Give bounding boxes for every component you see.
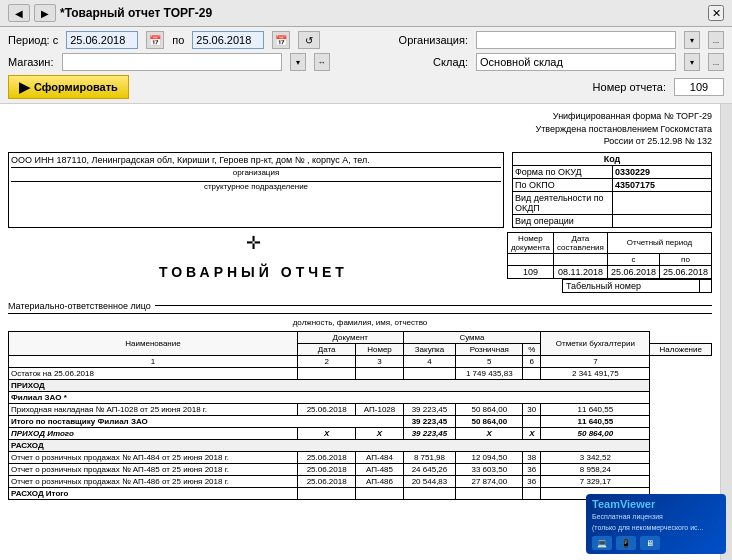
balance-name: Остаток на 25.06.2018 [9, 367, 298, 379]
operation-label: Вид операции [513, 214, 613, 227]
balance-nalog: 2 341 491,75 [541, 367, 650, 379]
date-to-calendar-icon[interactable]: 📅 [272, 31, 290, 49]
okud-label: Форма по ОКУД [513, 165, 613, 178]
rashod-total-purchase [403, 487, 456, 499]
table-row-filial-total: Итого по поставщику Филиал ЗАО 39 223,45… [9, 415, 712, 427]
store-input[interactable] [62, 53, 282, 71]
table-row-486: Отчет о розничных продажах № АП-486 от 2… [9, 475, 712, 487]
scrollbar[interactable] [720, 104, 732, 560]
col-num-7: 7 [541, 355, 650, 367]
prihod-total-purchase: 39 223,45 [403, 427, 456, 439]
col-num-5: 5 [456, 355, 523, 367]
col-num-1: 1 [9, 355, 298, 367]
tv-icon-2: 📱 [616, 536, 636, 550]
row-484-purchase: 8 751,98 [403, 451, 456, 463]
table-row-prihod-header: ПРИХОД [9, 379, 712, 391]
period-from-value: 25.06.2018 [607, 265, 659, 278]
col-name-header: Наименование [9, 331, 298, 355]
prihod-total-nalog: 50 864,00 [541, 427, 650, 439]
table-row-balance: Остаток на 25.06.2018 1 749 435,83 2 341… [9, 367, 712, 379]
row-484-nalog: 3 342,52 [541, 451, 650, 463]
row-486-date: 25.06.2018 [297, 475, 355, 487]
doc-header-right: Унифицированная форма № ТОРГ-29 Утвержде… [8, 110, 712, 148]
table-row-1028: Приходная накладная № АП-1028 от 25 июня… [9, 403, 712, 415]
tabnum-value [700, 279, 712, 292]
form-button-icon: ▶ [19, 79, 30, 95]
mol-position-label: должность, фамилия, имя, отчество [8, 318, 712, 327]
teamviewer-line2: (только для некоммерческого ис... [592, 523, 720, 532]
toolbar-row-3: ▶ Сформировать Номер отчета: [8, 75, 724, 99]
forward-button[interactable]: ▶ [34, 4, 56, 22]
toolbar: Период: с 📅 по 📅 ↺ Организация: ▾ ... Ма… [0, 27, 732, 104]
filial-total-nalog: 11 640,55 [541, 415, 650, 427]
okpo-value: 43507175 [613, 178, 712, 191]
teamviewer-line1: Бесплатная лицензия [592, 512, 720, 521]
doc-title-left: ✛ ТОВАРНЫЙ ОТЧЕТ [8, 232, 499, 280]
refresh-button[interactable]: ↺ [298, 31, 320, 49]
row-1028-date: 25.06.2018 [297, 403, 355, 415]
tabnum-label: Табельный номер [563, 279, 700, 292]
sklad-input[interactable] [476, 53, 676, 71]
prihod-total-d2: X [356, 427, 403, 439]
date-from-calendar-icon[interactable]: 📅 [146, 31, 164, 49]
close-button[interactable]: ✕ [708, 5, 724, 21]
rashod-label: РАСХОД [9, 439, 650, 451]
doc-info-table: Номер документа Дата составления Отчетны… [507, 232, 712, 279]
prihod-total-retail: X [456, 427, 523, 439]
mol-line [155, 305, 712, 306]
row-484-num: АП-484 [356, 451, 403, 463]
teamviewer-badge: TeamViewer Бесплатная лицензия (только д… [586, 494, 726, 554]
row-485-name: Отчет о розничных продажах № АП-485 от 2… [9, 463, 298, 475]
russia-date-label: России от 25.12.98 № 132 [8, 135, 712, 148]
tabnum-table: Табельный номер [562, 279, 712, 293]
form-button[interactable]: ▶ Сформировать [8, 75, 129, 99]
period-to-label: по [659, 253, 711, 265]
org-select-button[interactable]: ... [708, 31, 724, 49]
row-1028-num: АП-1028 [356, 403, 403, 415]
org-dropdown-button[interactable]: ▾ [684, 31, 700, 49]
row-485-percent: 36 [523, 463, 541, 475]
balance-percent [523, 367, 541, 379]
col-retail-header: Розничная [456, 343, 523, 355]
row-1028-name: Приходная накладная № АП-1028 от 25 июня… [9, 403, 298, 415]
col-sum-header: Сумма [403, 331, 541, 343]
row-1028-retail: 50 864,00 [456, 403, 523, 415]
sklad-select-button[interactable]: ... [708, 53, 724, 71]
report-num-input[interactable] [674, 78, 724, 96]
main-table: Наименование Документ Сумма Отметки бухг… [8, 331, 712, 500]
teamviewer-logo: TeamViewer [592, 498, 720, 510]
doc-date-value: 08.11.2018 [553, 265, 607, 278]
report-period-header: Отчетный период [607, 232, 711, 253]
col-num-6: 6 [523, 355, 541, 367]
row-484-name: Отчет о розничных продажах № АП-484 от 2… [9, 451, 298, 463]
doc-num-header: Номер документа [507, 232, 553, 253]
back-button[interactable]: ◀ [8, 4, 30, 22]
store-dropdown-button[interactable]: ▾ [290, 53, 306, 71]
row-485-num: АП-485 [356, 463, 403, 475]
sklad-dropdown-button[interactable]: ▾ [684, 53, 700, 71]
date-to-input[interactable] [192, 31, 264, 49]
to-label: по [172, 34, 184, 46]
row-484-percent: 38 [523, 451, 541, 463]
period-from-sub [507, 253, 553, 265]
col-doc-header: Документ [297, 331, 403, 343]
date-from-input[interactable] [66, 31, 138, 49]
row-1028-percent: 30 [523, 403, 541, 415]
struct-label: структурное подразделение [11, 181, 501, 191]
doc-date-header: Дата составления [553, 232, 607, 253]
doc-title: ТОВАРНЫЙ ОТЧЕТ [8, 264, 499, 280]
row-486-purchase: 20 544,83 [403, 475, 456, 487]
table-row-484: Отчет о розничных продажах № АП-484 от 2… [9, 451, 712, 463]
prihod-label: ПРИХОД [9, 379, 650, 391]
org-codes: Код Форма по ОКУД 0330229 По ОКПО 435071… [512, 152, 712, 228]
row-486-retail: 27 874,00 [456, 475, 523, 487]
org-input[interactable] [476, 31, 676, 49]
approved-by-label: Утверждена постановлением Госкомстата [8, 123, 712, 136]
activity-label: Вид деятельности по ОКДП [513, 191, 613, 214]
form-button-label: Сформировать [34, 81, 118, 93]
store-select-button[interactable]: ↔ [314, 53, 330, 71]
row-486-num: АП-486 [356, 475, 403, 487]
row-1028-purchase: 39 223,45 [403, 403, 456, 415]
code-header: Код [513, 152, 712, 165]
codes-table: Код Форма по ОКУД 0330229 По ОКПО 435071… [512, 152, 712, 228]
